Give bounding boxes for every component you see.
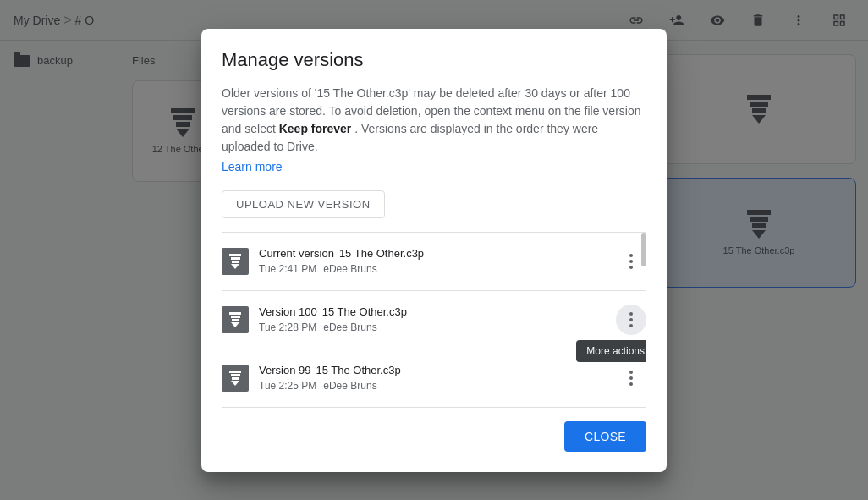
version-filename-2: 15 The Other.c3p (316, 364, 400, 376)
dot (629, 376, 633, 380)
dot (629, 382, 633, 386)
version-file-icon-inner (229, 371, 241, 386)
version-file-icon-0 (222, 248, 249, 275)
version-file-icon-inner (229, 312, 241, 327)
upload-new-version-button[interactable]: UPLOAD NEW VERSION (222, 190, 385, 218)
vfi-triangle (231, 381, 239, 386)
version-meta-0: Tue 2:41 PM eDee Bruns (259, 263, 606, 275)
vfi-bar (229, 371, 241, 373)
version-name-row-0: Current version 15 The Other.c3p (259, 247, 606, 260)
dots-icon (629, 254, 633, 269)
version-info-0: Current version 15 The Other.c3p Tue 2:4… (259, 247, 606, 275)
dialog-title: Manage versions (222, 49, 646, 71)
learn-more-link[interactable]: Learn more (222, 160, 283, 173)
dot (629, 254, 633, 257)
version-item-99: Version 99 15 The Other.c3p Tue 2:25 PM … (222, 349, 646, 408)
version-actions-0 (616, 246, 646, 277)
dialog: Manage versions Older versions of '15 Th… (201, 29, 667, 472)
version-meta-2: Tue 2:25 PM eDee Bruns (259, 380, 606, 392)
vfi-triangle (231, 322, 239, 327)
version-actions-2 (616, 363, 646, 393)
more-actions-button-2[interactable] (616, 363, 646, 393)
dot (629, 260, 633, 263)
version-actions-1: More actions (616, 305, 646, 335)
dot (629, 371, 633, 374)
version-file-icon-2 (222, 365, 249, 392)
version-label-0: Current version (259, 247, 334, 260)
vfi-bar (229, 254, 241, 256)
dialog-footer: CLOSE (222, 421, 646, 452)
vfi-bar (229, 312, 241, 315)
version-label-2: Version 99 (259, 364, 310, 376)
version-item-100: Version 100 15 The Other.c3p Tue 2:28 PM… (222, 291, 646, 349)
version-uploader-0: eDee Bruns (323, 263, 376, 275)
keep-forever-text: Keep forever (279, 122, 352, 135)
vfi-bar (232, 319, 239, 321)
more-actions-button-1[interactable] (616, 305, 646, 335)
version-meta-1: Tue 2:28 PM eDee Bruns (259, 321, 606, 333)
version-time-2: Tue 2:25 PM (259, 380, 316, 392)
vfi-bar (232, 261, 239, 263)
vfi-triangle (231, 264, 239, 269)
version-name-row-1: Version 100 15 The Other.c3p (259, 305, 606, 318)
dots-icon (629, 312, 633, 327)
version-time-1: Tue 2:28 PM (259, 321, 316, 333)
vfi-bar (231, 257, 240, 260)
version-file-icon-1 (222, 306, 249, 333)
version-uploader-1: eDee Bruns (323, 321, 376, 333)
vfi-bar (231, 374, 240, 376)
dot (629, 312, 633, 316)
version-info-2: Version 99 15 The Other.c3p Tue 2:25 PM … (259, 364, 606, 392)
dot (629, 266, 633, 269)
version-name-row-2: Version 99 15 The Other.c3p (259, 364, 606, 376)
overlay: Manage versions Older versions of '15 Th… (0, 0, 868, 500)
dot (629, 318, 633, 321)
version-filename-0: 15 The Other.c3p (339, 247, 424, 260)
version-info-1: Version 100 15 The Other.c3p Tue 2:28 PM… (259, 305, 606, 333)
version-filename-1: 15 The Other.c3p (322, 305, 407, 318)
vfi-bar (231, 316, 240, 318)
version-time-0: Tue 2:41 PM (259, 263, 316, 275)
version-label-1: Version 100 (259, 305, 317, 318)
version-uploader-2: eDee Bruns (323, 380, 376, 392)
close-button[interactable]: CLOSE (564, 421, 646, 452)
version-file-icon-inner (229, 254, 241, 269)
vfi-bar (232, 377, 239, 380)
dots-icon (629, 371, 633, 386)
dialog-description: Older versions of '15 The Other.c3p' may… (222, 85, 646, 156)
version-item-current: Current version 15 The Other.c3p Tue 2:4… (222, 233, 646, 291)
more-actions-button-0[interactable] (616, 246, 646, 277)
dot (629, 324, 633, 327)
versions-list: Current version 15 The Other.c3p Tue 2:4… (222, 232, 646, 408)
